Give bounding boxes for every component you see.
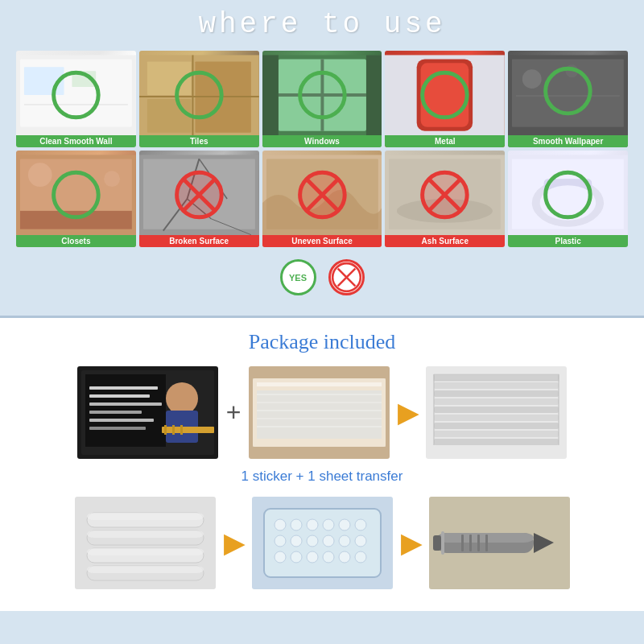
svg-rect-95 [434,390,559,397]
svg-point-33 [104,171,120,187]
svg-point-127 [275,551,286,563]
yes-badge: YES [280,259,316,295]
svg-rect-92 [434,374,559,381]
grid-label-clean-wall: Clean Smooth Wall [16,135,136,147]
package-description: 1 sticker + 1 sheet transfer [16,469,628,485]
svg-rect-84 [257,382,382,386]
svg-point-117 [307,519,318,530]
svg-rect-112 [87,566,204,573]
rolled-photo [426,366,567,459]
yes-no-legend: YES [16,255,628,303]
where-to-use-section: where to use Clean Smooth Wall [0,0,644,316]
svg-rect-72 [89,394,150,398]
svg-point-132 [355,551,366,563]
svg-point-116 [291,519,302,530]
svg-point-118 [323,519,334,530]
grid-label-windows: Windows [262,135,382,147]
grid-item-ash: Ash Surface [385,151,505,247]
grid-label-broken: Broken Surface [139,235,259,247]
svg-point-131 [339,551,350,563]
svg-rect-74 [89,411,142,414]
svg-rect-85 [257,390,382,439]
svg-point-130 [323,551,334,563]
svg-point-124 [323,535,334,547]
svg-rect-17 [262,55,279,142]
usage-grid: Clean Smooth Wall Tiles [16,51,628,247]
svg-rect-108 [87,530,204,538]
svg-rect-106 [87,513,204,520]
grid-label-tiles: Tiles [139,135,259,147]
grid-item-broken: Broken Surface [139,151,259,247]
package-row-2: ▶ [16,497,628,589]
grid-label-wallpaper: Smooth Wallpaper [508,135,628,147]
package-section: Package included [0,318,644,611]
arrow-symbol-3: ▶ [401,528,421,559]
svg-rect-96 [434,398,559,405]
svg-rect-79 [172,425,175,435]
grid-item-metal: Metal [385,51,505,147]
svg-rect-18 [366,55,382,142]
svg-rect-8 [147,99,192,133]
svg-rect-143 [485,535,488,551]
arrow-symbol-1: ▶ [398,398,418,428]
svg-rect-73 [89,402,162,406]
grid-item-uneven: Uneven Surface [262,151,382,247]
grid-label-ash: Ash Surface [385,235,505,247]
package-title: Package included [16,330,628,354]
svg-point-128 [291,551,302,563]
svg-point-126 [355,535,366,547]
svg-rect-75 [89,419,154,422]
svg-point-26 [522,69,542,89]
bubble-photo [252,497,393,589]
svg-rect-138 [433,535,441,551]
grid-label-plastic: Plastic [508,235,628,247]
grid-item-tiles: Tiles [139,51,259,147]
svg-point-125 [339,535,350,547]
svg-rect-76 [89,427,146,430]
svg-rect-110 [87,548,204,555]
svg-rect-99 [434,423,559,429]
svg-point-69 [166,382,198,415]
svg-rect-139 [441,531,444,555]
svg-rect-140 [461,535,464,551]
svg-rect-28 [516,95,620,97]
svg-rect-142 [477,535,480,551]
grid-label-uneven: Uneven Surface [262,235,382,247]
svg-rect-97 [434,407,559,413]
svg-point-115 [275,519,286,530]
grid-item-plastic: Plastic [508,151,628,247]
svg-rect-100 [434,431,559,437]
package-row-1: + ▶ [16,366,628,459]
sticker-photo [77,366,218,459]
foam-photo [75,497,216,589]
no-badge [328,259,365,295]
svg-point-129 [307,551,318,563]
grid-item-clean-wall: Clean Smooth Wall [16,51,136,147]
svg-rect-77 [162,427,214,433]
grid-label-metal: Metal [385,135,505,147]
grid-item-wallpaper: Smooth Wallpaper [508,51,628,147]
transfer-photo [249,366,390,459]
grid-item-windows: Windows [262,51,382,147]
svg-rect-101 [434,439,559,445]
svg-point-120 [355,519,366,530]
svg-rect-94 [434,382,559,389]
page-title: where to use [16,8,628,41]
svg-point-122 [291,535,302,547]
svg-point-121 [275,535,286,547]
svg-rect-80 [180,425,183,435]
svg-rect-71 [89,386,158,390]
svg-rect-78 [164,425,167,435]
plus-symbol-1: + [226,398,242,427]
svg-rect-34 [20,211,132,229]
arrow-symbol-2: ▶ [224,528,244,559]
marker-photo [429,497,570,589]
svg-point-32 [28,163,52,187]
svg-rect-98 [434,415,559,421]
svg-rect-141 [469,535,472,551]
svg-point-119 [339,519,350,530]
svg-point-123 [307,535,318,547]
grid-item-closets: Closets [16,151,136,247]
grid-label-closets: Closets [16,235,136,247]
